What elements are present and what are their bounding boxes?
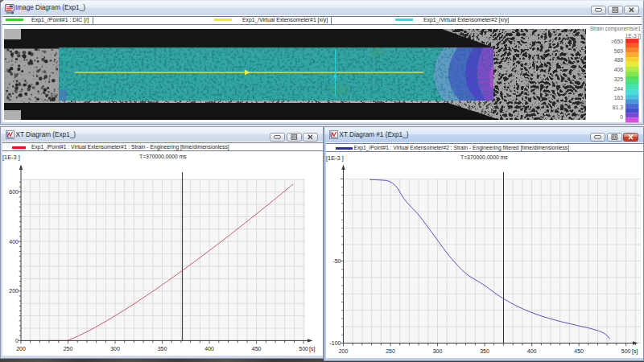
svg-text:200: 200 (9, 288, 19, 294)
svg-text:250: 250 (386, 348, 395, 354)
svg-text:81.3: 81.3 (613, 105, 623, 110)
svg-text:300: 300 (433, 348, 443, 354)
svg-text:350: 350 (480, 348, 489, 354)
svg-text:0: 0 (15, 338, 19, 343)
svg-text:200: 200 (339, 348, 349, 354)
svg-text:244: 244 (614, 86, 624, 92)
svg-text:Strain components/e1: Strain components/e1 (590, 26, 642, 32)
svg-text:>650: >650 (611, 39, 624, 44)
svg-text:[s]: [s] (309, 346, 315, 352)
svg-text:488: 488 (614, 57, 624, 63)
svg-text:450: 450 (574, 348, 584, 354)
svg-text:350: 350 (158, 346, 167, 352)
svg-text:[s]: [s] (632, 348, 638, 355)
svg-text:1E-3 []: 1E-3 [] (625, 33, 641, 39)
svg-text:300: 300 (110, 346, 120, 352)
svg-text:500: 500 (299, 346, 308, 352)
svg-text:-100: -100 (329, 340, 341, 346)
svg-text:600: 600 (9, 189, 19, 195)
svg-text:200: 200 (16, 346, 26, 352)
svg-text:500: 500 (621, 348, 631, 354)
svg-text:325: 325 (614, 76, 624, 82)
svg-text:400: 400 (9, 239, 19, 245)
svg-text:400: 400 (527, 348, 537, 354)
svg-text:569: 569 (614, 48, 624, 54)
svg-text:250: 250 (64, 346, 73, 352)
svg-text:450: 450 (252, 346, 262, 352)
svg-text:400: 400 (204, 346, 214, 352)
svg-text:163: 163 (614, 95, 624, 101)
svg-text:406: 406 (614, 67, 624, 72)
svg-text:0: 0 (620, 114, 623, 120)
svg-text:-50: -50 (332, 258, 341, 264)
